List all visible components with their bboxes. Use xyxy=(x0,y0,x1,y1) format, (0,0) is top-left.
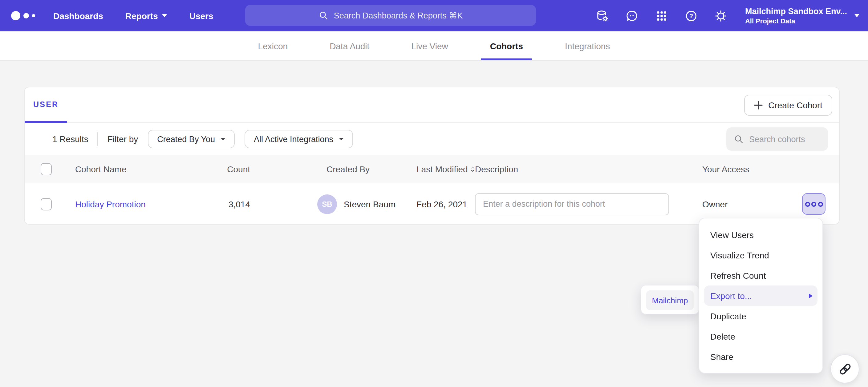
row-context-menu: View Users Visualize Trend Refresh Count… xyxy=(699,218,823,374)
create-cohort-button[interactable]: Create Cohort xyxy=(744,95,832,116)
menu-item-view-users[interactable]: View Users xyxy=(699,224,823,245)
table-header: Cohort Name Count Created By Last Modifi… xyxy=(25,155,839,183)
nav-item-users[interactable]: Users xyxy=(189,11,213,21)
results-count: 1 Results xyxy=(52,134,88,144)
column-your-access: Your Access xyxy=(702,164,840,174)
cohort-name-link[interactable]: Holiday Promotion xyxy=(75,199,146,209)
nav-item-label: Reports xyxy=(125,11,158,21)
dot-icon xyxy=(811,202,816,206)
filter-row: 1 Results Filter by Created By You All A… xyxy=(25,123,839,155)
row-actions-button[interactable] xyxy=(802,193,826,215)
column-created-by: Created By xyxy=(291,164,416,174)
settings-gear-icon[interactable] xyxy=(714,9,728,23)
chevron-down-icon xyxy=(339,138,344,140)
submenu-item-mailchimp[interactable]: Mailchimp xyxy=(646,290,694,310)
copy-link-button[interactable] xyxy=(830,354,859,383)
nav-item-label: Dashboards xyxy=(53,11,103,21)
column-cohort-name: Cohort Name xyxy=(75,164,223,174)
search-icon xyxy=(318,10,328,20)
menu-item-export-to[interactable]: Export to... xyxy=(704,285,817,306)
access-value: Owner xyxy=(702,199,727,209)
logo-dot-icon xyxy=(23,13,29,19)
global-search-placeholder: Search Dashboards & Reports ⌘K xyxy=(334,10,463,20)
project-selector[interactable]: Mailchimp Sandbox Env... All Project Dat… xyxy=(745,7,859,25)
column-count: Count xyxy=(223,164,291,174)
menu-item-refresh-count[interactable]: Refresh Count xyxy=(699,265,823,285)
data-management-tabs: Lexicon Data Audit Live View Cohorts Int… xyxy=(0,31,868,61)
global-search-input[interactable]: Search Dashboards & Reports ⌘K xyxy=(245,5,536,26)
chevron-down-icon xyxy=(855,14,859,17)
tab-integrations[interactable]: Integrations xyxy=(556,31,619,60)
logo-dot-icon xyxy=(11,11,20,20)
menu-item-visualize-trend[interactable]: Visualize Trend xyxy=(699,245,823,265)
description-input[interactable] xyxy=(475,193,669,215)
chevron-down-icon xyxy=(221,138,225,140)
created-by-name: Steven Baum xyxy=(344,199,396,209)
tab-live-view[interactable]: Live View xyxy=(403,31,457,60)
link-icon xyxy=(838,361,852,376)
export-submenu: Mailchimp xyxy=(641,285,699,314)
column-description: Description xyxy=(475,164,702,174)
last-modified-date: Feb 26, 2021 xyxy=(416,199,475,209)
svg-text:?: ? xyxy=(690,12,693,19)
nav-item-dashboards[interactable]: Dashboards xyxy=(53,11,103,21)
sort-icon xyxy=(471,164,475,174)
menu-item-duplicate[interactable]: Duplicate xyxy=(699,306,823,326)
submenu-arrow-icon xyxy=(809,293,812,298)
created-by-filter-value: Created By You xyxy=(157,134,215,144)
project-scope: All Project Data xyxy=(745,17,847,25)
select-all-checkbox[interactable] xyxy=(41,163,52,175)
cohort-search-placeholder: Search cohorts xyxy=(749,134,805,144)
feedback-icon[interactable] xyxy=(626,9,639,23)
apps-grid-icon[interactable] xyxy=(655,9,669,23)
plus-icon xyxy=(754,101,763,109)
menu-item-delete[interactable]: Delete xyxy=(699,326,823,346)
avatar: SB xyxy=(317,194,337,214)
cohort-search-input[interactable]: Search cohorts xyxy=(726,127,828,151)
top-navigation: Dashboards Reports Users Search Dashboar… xyxy=(0,0,868,31)
cohort-type-tabbar: USER Create Cohort xyxy=(25,87,839,123)
project-name: Mailchimp Sandbox Env... xyxy=(745,7,847,16)
integrations-filter-value: All Active Integrations xyxy=(254,134,333,144)
cohorts-card: USER Create Cohort 1 Results Filter by C… xyxy=(24,87,840,224)
tab-data-audit[interactable]: Data Audit xyxy=(321,31,378,60)
tab-lexicon[interactable]: Lexicon xyxy=(249,31,297,60)
column-last-modified[interactable]: Last Modified xyxy=(416,164,475,174)
dot-icon xyxy=(805,202,810,206)
row-checkbox[interactable] xyxy=(41,198,52,210)
created-by-filter[interactable]: Created By You xyxy=(148,130,235,148)
tab-user-cohorts[interactable]: USER xyxy=(25,87,67,123)
nav-item-label: Users xyxy=(189,11,213,21)
data-management-icon[interactable] xyxy=(596,9,610,23)
help-icon[interactable]: ? xyxy=(685,9,698,23)
search-icon xyxy=(734,134,744,144)
cohort-count: 3,014 xyxy=(223,199,291,209)
chevron-down-icon xyxy=(162,14,167,17)
dot-icon xyxy=(818,202,823,206)
divider xyxy=(98,132,98,146)
tab-cohorts[interactable]: Cohorts xyxy=(482,31,532,60)
create-cohort-label: Create Cohort xyxy=(768,100,823,110)
menu-item-share[interactable]: Share xyxy=(699,346,823,367)
integrations-filter[interactable]: All Active Integrations xyxy=(245,130,353,148)
menu-item-label: Export to... xyxy=(710,291,752,301)
logo-dot-icon xyxy=(32,14,35,17)
filter-by-label: Filter by xyxy=(107,134,138,144)
mixpanel-logo[interactable] xyxy=(11,11,35,20)
nav-item-reports[interactable]: Reports xyxy=(125,11,167,21)
